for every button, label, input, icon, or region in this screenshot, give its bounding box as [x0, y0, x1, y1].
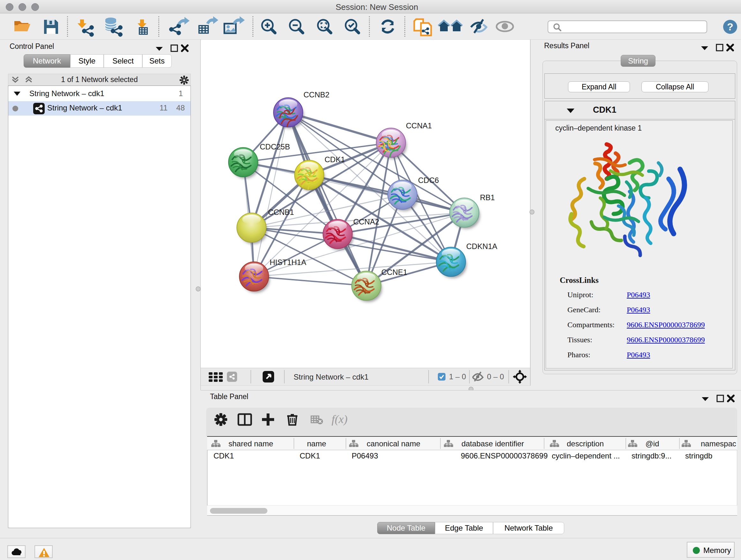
svg-text:name: name [307, 439, 326, 448]
svg-text:namespac: namespac [701, 439, 736, 448]
svg-text:f(x): f(x) [332, 413, 347, 426]
svg-text:database identifier: database identifier [461, 439, 524, 448]
svg-text:canonical name: canonical name [367, 439, 420, 448]
svg-text:CCNA1: CCNA1 [406, 121, 432, 130]
svg-text:?: ? [727, 21, 733, 33]
svg-text:CDKN1A: CDKN1A [466, 242, 497, 251]
svg-text:0 – 0: 0 – 0 [487, 372, 504, 381]
svg-text:CCNE1: CCNE1 [381, 268, 407, 276]
svg-text:RB1: RB1 [480, 193, 495, 202]
svg-text:1 – 0: 1 – 0 [449, 372, 466, 381]
svg-text:CDC25B: CDC25B [260, 142, 290, 151]
svg-text:CCNB1: CCNB1 [268, 208, 294, 216]
svg-text:CCNA2: CCNA2 [353, 217, 379, 226]
svg-text:CDK1: CDK1 [325, 155, 345, 164]
svg-text:@id: @id [645, 439, 659, 448]
svg-text:CCNB2: CCNB2 [304, 90, 329, 99]
svg-text:HIST1H1A: HIST1H1A [270, 258, 307, 266]
svg-text:String Network – cdk1: String Network – cdk1 [293, 373, 368, 381]
svg-text:CDC6: CDC6 [418, 176, 439, 185]
svg-text:description: description [567, 439, 604, 448]
svg-text:shared name: shared name [228, 439, 273, 448]
